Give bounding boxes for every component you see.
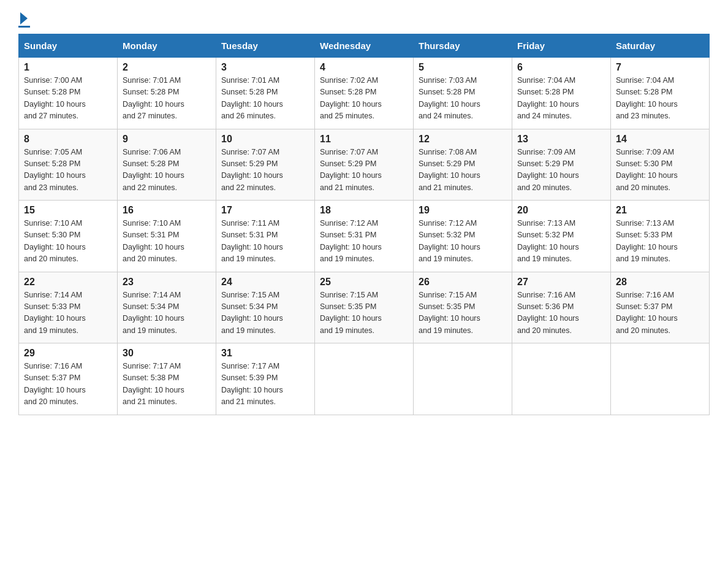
calendar-cell: 9Sunrise: 7:06 AMSunset: 5:28 PMDaylight…: [118, 129, 216, 201]
day-number: 13: [517, 134, 605, 145]
calendar-cell: 15Sunrise: 7:10 AMSunset: 5:30 PMDayligh…: [19, 201, 118, 272]
day-number: 19: [419, 205, 507, 216]
day-info: Sunrise: 7:14 AMSunset: 5:34 PMDaylight:…: [123, 289, 211, 337]
day-info: Sunrise: 7:17 AMSunset: 5:38 PMDaylight:…: [123, 361, 211, 408]
day-number: 15: [24, 205, 112, 216]
day-number: 29: [24, 348, 112, 359]
col-header-saturday: Saturday: [611, 34, 710, 58]
calendar-cell: 7Sunrise: 7:04 AMSunset: 5:28 PMDaylight…: [611, 58, 710, 129]
day-info: Sunrise: 7:05 AMSunset: 5:28 PMDaylight:…: [24, 147, 112, 194]
calendar-cell: 8Sunrise: 7:05 AMSunset: 5:28 PMDaylight…: [19, 129, 118, 201]
day-info: Sunrise: 7:13 AMSunset: 5:32 PMDaylight:…: [517, 218, 605, 266]
day-info: Sunrise: 7:08 AMSunset: 5:29 PMDaylight:…: [419, 147, 507, 194]
calendar-cell: 11Sunrise: 7:07 AMSunset: 5:29 PMDayligh…: [315, 129, 414, 201]
day-number: 20: [517, 205, 605, 216]
calendar-cell: [315, 343, 414, 415]
col-header-sunday: Sunday: [19, 34, 118, 58]
calendar-cell: 6Sunrise: 7:04 AMSunset: 5:28 PMDaylight…: [512, 58, 611, 129]
day-info: Sunrise: 7:15 AMSunset: 5:34 PMDaylight:…: [221, 289, 309, 337]
calendar-cell: 10Sunrise: 7:07 AMSunset: 5:29 PMDayligh…: [216, 129, 315, 201]
calendar-cell: 1Sunrise: 7:00 AMSunset: 5:28 PMDaylight…: [19, 58, 118, 129]
day-number: 31: [221, 348, 309, 359]
day-info: Sunrise: 7:04 AMSunset: 5:28 PMDaylight:…: [616, 75, 704, 123]
calendar-week-row: 22Sunrise: 7:14 AMSunset: 5:33 PMDayligh…: [19, 272, 710, 343]
calendar-cell: 5Sunrise: 7:03 AMSunset: 5:28 PMDaylight…: [414, 58, 512, 129]
calendar-cell: [512, 343, 611, 415]
day-number: 6: [517, 62, 605, 73]
calendar-cell: 18Sunrise: 7:12 AMSunset: 5:31 PMDayligh…: [315, 201, 414, 272]
day-number: 11: [320, 134, 408, 145]
calendar-week-row: 15Sunrise: 7:10 AMSunset: 5:30 PMDayligh…: [19, 201, 710, 272]
day-info: Sunrise: 7:09 AMSunset: 5:29 PMDaylight:…: [517, 147, 605, 194]
day-number: 21: [616, 205, 704, 216]
calendar-cell: 28Sunrise: 7:16 AMSunset: 5:37 PMDayligh…: [611, 272, 710, 343]
calendar-cell: 17Sunrise: 7:11 AMSunset: 5:31 PMDayligh…: [216, 201, 315, 272]
day-info: Sunrise: 7:01 AMSunset: 5:28 PMDaylight:…: [123, 75, 211, 123]
calendar-week-row: 8Sunrise: 7:05 AMSunset: 5:28 PMDaylight…: [19, 129, 710, 201]
logo-arrow-icon: [20, 12, 28, 25]
day-info: Sunrise: 7:11 AMSunset: 5:31 PMDaylight:…: [221, 218, 309, 266]
col-header-thursday: Thursday: [414, 34, 512, 58]
col-header-tuesday: Tuesday: [216, 34, 315, 58]
calendar-week-row: 1Sunrise: 7:00 AMSunset: 5:28 PMDaylight…: [19, 58, 710, 129]
day-number: 5: [419, 62, 507, 73]
col-header-monday: Monday: [118, 34, 216, 58]
day-info: Sunrise: 7:10 AMSunset: 5:30 PMDaylight:…: [24, 218, 112, 266]
day-number: 12: [419, 134, 507, 145]
calendar-cell: 4Sunrise: 7:02 AMSunset: 5:28 PMDaylight…: [315, 58, 414, 129]
calendar-cell: 26Sunrise: 7:15 AMSunset: 5:35 PMDayligh…: [414, 272, 512, 343]
day-info: Sunrise: 7:07 AMSunset: 5:29 PMDaylight:…: [320, 147, 408, 194]
day-number: 16: [123, 205, 211, 216]
calendar-cell: 23Sunrise: 7:14 AMSunset: 5:34 PMDayligh…: [118, 272, 216, 343]
page-header: [18, 12, 710, 28]
calendar-cell: 29Sunrise: 7:16 AMSunset: 5:37 PMDayligh…: [19, 343, 118, 415]
calendar-cell: [611, 343, 710, 415]
day-number: 17: [221, 205, 309, 216]
calendar-cell: 12Sunrise: 7:08 AMSunset: 5:29 PMDayligh…: [414, 129, 512, 201]
calendar-cell: 3Sunrise: 7:01 AMSunset: 5:28 PMDaylight…: [216, 58, 315, 129]
day-number: 23: [123, 277, 211, 288]
day-info: Sunrise: 7:00 AMSunset: 5:28 PMDaylight:…: [24, 75, 112, 123]
calendar-cell: 30Sunrise: 7:17 AMSunset: 5:38 PMDayligh…: [118, 343, 216, 415]
day-number: 25: [320, 277, 408, 288]
day-info: Sunrise: 7:01 AMSunset: 5:28 PMDaylight:…: [221, 75, 309, 123]
day-info: Sunrise: 7:12 AMSunset: 5:32 PMDaylight:…: [419, 218, 507, 266]
col-header-wednesday: Wednesday: [315, 34, 414, 58]
calendar-cell: 21Sunrise: 7:13 AMSunset: 5:33 PMDayligh…: [611, 201, 710, 272]
day-info: Sunrise: 7:16 AMSunset: 5:37 PMDaylight:…: [616, 289, 704, 337]
calendar-table: SundayMondayTuesdayWednesdayThursdayFrid…: [18, 34, 710, 415]
calendar-header-row: SundayMondayTuesdayWednesdayThursdayFrid…: [19, 34, 710, 58]
calendar-cell: 14Sunrise: 7:09 AMSunset: 5:30 PMDayligh…: [611, 129, 710, 201]
logo-general-text: [18, 12, 30, 25]
day-info: Sunrise: 7:02 AMSunset: 5:28 PMDaylight:…: [320, 75, 408, 123]
day-number: 9: [123, 134, 211, 145]
day-number: 28: [616, 277, 704, 288]
day-number: 10: [221, 134, 309, 145]
day-info: Sunrise: 7:16 AMSunset: 5:37 PMDaylight:…: [24, 361, 112, 408]
day-info: Sunrise: 7:12 AMSunset: 5:31 PMDaylight:…: [320, 218, 408, 266]
calendar-cell: 25Sunrise: 7:15 AMSunset: 5:35 PMDayligh…: [315, 272, 414, 343]
day-info: Sunrise: 7:14 AMSunset: 5:33 PMDaylight:…: [24, 289, 112, 337]
day-info: Sunrise: 7:03 AMSunset: 5:28 PMDaylight:…: [419, 75, 507, 123]
day-number: 4: [320, 62, 408, 73]
calendar-cell: 2Sunrise: 7:01 AMSunset: 5:28 PMDaylight…: [118, 58, 216, 129]
calendar-cell: 31Sunrise: 7:17 AMSunset: 5:39 PMDayligh…: [216, 343, 315, 415]
day-info: Sunrise: 7:15 AMSunset: 5:35 PMDaylight:…: [320, 289, 408, 337]
logo-underline: [18, 26, 30, 28]
calendar-cell: 16Sunrise: 7:10 AMSunset: 5:31 PMDayligh…: [118, 201, 216, 272]
day-info: Sunrise: 7:16 AMSunset: 5:36 PMDaylight:…: [517, 289, 605, 337]
day-number: 18: [320, 205, 408, 216]
day-number: 30: [123, 348, 211, 359]
calendar-cell: 13Sunrise: 7:09 AMSunset: 5:29 PMDayligh…: [512, 129, 611, 201]
day-number: 27: [517, 277, 605, 288]
day-info: Sunrise: 7:07 AMSunset: 5:29 PMDaylight:…: [221, 147, 309, 194]
day-info: Sunrise: 7:17 AMSunset: 5:39 PMDaylight:…: [221, 361, 309, 408]
day-info: Sunrise: 7:13 AMSunset: 5:33 PMDaylight:…: [616, 218, 704, 266]
day-info: Sunrise: 7:10 AMSunset: 5:31 PMDaylight:…: [123, 218, 211, 266]
calendar-cell: [414, 343, 512, 415]
day-number: 24: [221, 277, 309, 288]
day-number: 7: [616, 62, 704, 73]
day-number: 26: [419, 277, 507, 288]
calendar-cell: 22Sunrise: 7:14 AMSunset: 5:33 PMDayligh…: [19, 272, 118, 343]
calendar-cell: 19Sunrise: 7:12 AMSunset: 5:32 PMDayligh…: [414, 201, 512, 272]
